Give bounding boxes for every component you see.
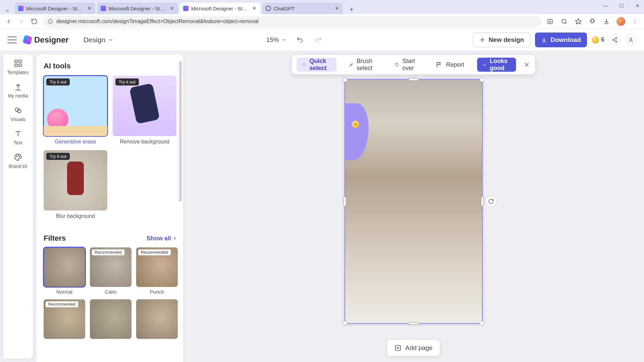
start-over-button[interactable]: Start over xyxy=(389,58,423,72)
site-info-icon[interactable] xyxy=(48,19,53,24)
redo-button[interactable] xyxy=(313,35,324,45)
canvas-area[interactable]: Quick select Brush select Start over Rep… xyxy=(183,51,644,362)
designer-favicon-icon xyxy=(101,6,106,11)
app-header: Designer Design 15% New design Download xyxy=(0,29,644,51)
quick-select-icon xyxy=(302,61,306,68)
browser-tab-active[interactable]: Microsoft Designer - Stunning ✕ xyxy=(180,3,260,14)
undo-button[interactable] xyxy=(294,35,305,45)
report-button[interactable]: Report xyxy=(431,58,470,72)
new-tab-button[interactable] xyxy=(347,5,356,14)
looks-good-button[interactable]: Looks good xyxy=(477,58,516,72)
new-design-button[interactable]: New design xyxy=(473,33,531,47)
window-minimize-icon[interactable]: ― xyxy=(601,1,610,10)
resize-handle[interactable] xyxy=(409,78,419,81)
rail-my-media[interactable]: My media xyxy=(6,82,30,99)
filter-item[interactable] xyxy=(136,299,178,339)
erase-selection-overlay xyxy=(345,103,369,160)
recommended-badge: Recommended xyxy=(138,249,171,255)
window-maximize-icon[interactable]: ☐ xyxy=(617,1,626,10)
tool-label: Remove background xyxy=(113,139,176,145)
close-icon[interactable]: ✕ xyxy=(334,6,339,11)
tool-blur-background[interactable]: Try it out Blur background xyxy=(44,150,107,219)
add-page-button[interactable]: Add page xyxy=(387,340,440,356)
svg-point-35 xyxy=(303,63,305,66)
resize-handle[interactable] xyxy=(343,77,347,82)
close-icon[interactable]: ✕ xyxy=(252,6,257,11)
nav-reload-icon[interactable] xyxy=(30,17,38,25)
rail-text[interactable]: Text xyxy=(6,129,30,145)
scrollbar-thumb[interactable] xyxy=(179,61,182,202)
share-button[interactable] xyxy=(609,34,621,46)
show-all-link[interactable]: Show all xyxy=(147,235,177,242)
extensions-icon[interactable] xyxy=(588,17,596,25)
svg-point-16 xyxy=(615,37,617,39)
browser-tab[interactable]: Microsoft Designer - Stunning ✕ xyxy=(15,3,95,14)
filter-thumb xyxy=(90,299,131,339)
account-button[interactable] xyxy=(625,34,637,46)
browser-tab[interactable]: ChatGPT ✕ xyxy=(262,3,343,14)
toolbar-close-button[interactable] xyxy=(523,59,531,70)
resize-handle[interactable] xyxy=(480,77,484,82)
install-app-icon[interactable] xyxy=(546,17,554,25)
brush-select-label: Brush select xyxy=(357,58,377,72)
resize-handle[interactable] xyxy=(480,321,484,325)
resize-handle[interactable] xyxy=(481,196,484,206)
tool-generative-erase[interactable]: Try it out Generative erase xyxy=(44,76,107,145)
quick-select-label: Quick select xyxy=(310,58,331,72)
plus-square-icon xyxy=(394,345,401,351)
rail-brand-kit[interactable]: Brand kit xyxy=(6,153,30,169)
browser-menu-icon[interactable]: ⋮ xyxy=(631,17,639,25)
plus-icon xyxy=(479,37,485,43)
filter-label: Calm xyxy=(90,289,131,295)
browser-address-bar: designer.microsoft.com/design?imageEffec… xyxy=(0,14,644,29)
design-menu[interactable]: Design xyxy=(79,34,117,46)
filter-calm[interactable]: Recommended Calm xyxy=(90,247,131,295)
report-label: Report xyxy=(446,61,464,68)
recommended-badge: Recommended xyxy=(92,249,124,255)
filter-item[interactable]: Recommended xyxy=(44,299,85,339)
rotate-handle[interactable] xyxy=(485,196,497,207)
rail-visuals[interactable]: Visuals xyxy=(6,106,30,122)
zoom-icon[interactable] xyxy=(560,17,568,25)
resize-handle[interactable] xyxy=(343,321,347,325)
coins-value: 6 xyxy=(601,36,604,43)
filter-punch[interactable]: Recommended Punch xyxy=(136,247,178,295)
coin-icon xyxy=(592,36,599,44)
nav-back-icon[interactable] xyxy=(5,17,13,25)
coins-counter[interactable]: 6 xyxy=(592,36,604,44)
close-icon[interactable]: ✕ xyxy=(87,6,92,11)
filter-normal[interactable]: Normal xyxy=(44,247,85,295)
download-button[interactable]: Download xyxy=(535,33,587,47)
tool-label: Generative erase xyxy=(44,139,107,145)
text-icon xyxy=(14,129,22,138)
tool-remove-background[interactable]: Try it out Remove background xyxy=(113,76,176,145)
brush-select-button[interactable]: Brush select xyxy=(344,58,382,72)
tool-label: Blur background xyxy=(44,213,107,219)
downloads-icon[interactable] xyxy=(602,17,610,25)
brand-logo[interactable]: Designer xyxy=(23,35,69,45)
window-close-icon[interactable]: ✕ xyxy=(633,1,642,10)
zoom-dropdown[interactable]: 15% xyxy=(266,36,286,44)
resize-handle[interactable] xyxy=(343,196,346,206)
rail-templates[interactable]: Templates xyxy=(6,59,30,75)
canvas-image[interactable] xyxy=(344,79,483,324)
browser-tab[interactable]: Microsoft Designer - Stunning ✕ xyxy=(97,3,178,14)
browser-tabbar: Microsoft Designer - Stunning ✕ Microsof… xyxy=(0,0,644,14)
looks-good-label: Looks good xyxy=(490,58,511,72)
filter-item[interactable] xyxy=(90,299,131,339)
address-input[interactable]: designer.microsoft.com/design?imageEffec… xyxy=(43,16,541,27)
designer-favicon-icon xyxy=(183,6,189,11)
filter-label: Punch xyxy=(136,289,178,295)
filter-thumb xyxy=(136,299,178,339)
bookmark-star-icon[interactable] xyxy=(574,17,582,25)
tabs-menu-chevron-icon[interactable] xyxy=(4,7,11,14)
resize-handle[interactable] xyxy=(409,322,419,325)
nav-forward-icon[interactable] xyxy=(17,17,25,25)
quick-select-button[interactable]: Quick select xyxy=(297,58,336,72)
filter-thumb: Recommended xyxy=(90,247,131,287)
profile-avatar-icon[interactable] xyxy=(616,17,625,26)
close-icon[interactable]: ✕ xyxy=(169,6,174,11)
filters-heading: Filters xyxy=(44,234,66,243)
menu-hamburger-icon[interactable] xyxy=(7,37,17,43)
flag-icon xyxy=(436,61,443,68)
